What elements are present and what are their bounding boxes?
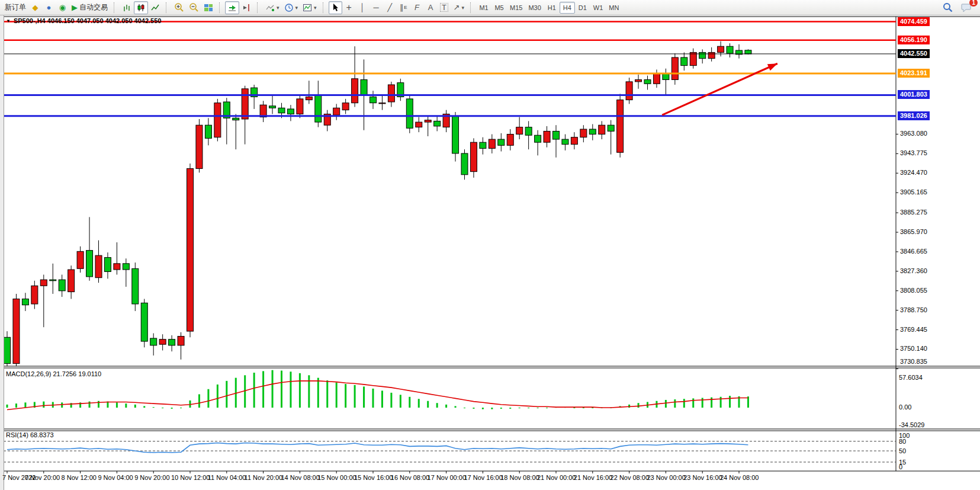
macd-histogram-bar (418, 399, 420, 408)
time-axis-label: 7 Nov 20:00 (25, 474, 60, 481)
autotrading-button[interactable]: ▶ 自动交易 (69, 1, 110, 14)
timeframe-button-W1[interactable]: W1 (590, 2, 606, 14)
periods-button[interactable]: ▾ (282, 1, 301, 14)
macd-histogram-bar (702, 398, 703, 408)
notification-badge[interactable]: 1 (969, 0, 978, 7)
time-axis-label: 11 Nov 20:00 (245, 474, 283, 481)
macd-histogram-bar (665, 400, 667, 408)
zoom-out-button[interactable] (187, 1, 201, 14)
toolbar-separator (166, 2, 169, 13)
fibonacci-button[interactable]: F (410, 1, 424, 14)
macd-histogram-bar (281, 371, 282, 408)
macd-histogram-bar (354, 385, 356, 408)
candle (352, 79, 358, 103)
price-tick-label: 3865.970 (900, 228, 927, 235)
search-button[interactable] (940, 1, 955, 14)
chart-canvas[interactable] (0, 0, 980, 490)
toolbar-right: 1 (940, 1, 978, 14)
time-axis-label: 15 Nov 16:00 (354, 474, 393, 481)
timeframe-toolbar: M1M5M15M30H1H4D1W1MN (476, 2, 622, 14)
timeframe-button-M5[interactable]: M5 (491, 2, 507, 14)
timeframe-button-MN[interactable]: MN (606, 2, 622, 14)
macd-histogram-bar (482, 408, 484, 409)
macd-histogram-bar (98, 401, 99, 408)
candle (31, 286, 38, 304)
text-label-button[interactable]: T (438, 1, 451, 14)
arrows-button[interactable]: ↗ ▾ (451, 1, 467, 14)
timeframe-button-D1[interactable]: D1 (575, 2, 590, 14)
timeframe-button-M1[interactable]: M1 (476, 2, 491, 14)
line-chart-button[interactable] (148, 1, 162, 14)
price-tick-label: 3924.470 (900, 169, 927, 176)
chart-shift-button[interactable] (239, 1, 253, 14)
macd-histogram-bar (272, 370, 274, 408)
candle (4, 337, 11, 363)
dropdown-icon: ▾ (295, 5, 298, 11)
crosshair-button[interactable]: + (342, 1, 356, 14)
candle (159, 340, 166, 345)
candle (425, 120, 431, 122)
timeframe-button-H4[interactable]: H4 (560, 2, 575, 14)
timeframe-button-M30[interactable]: M30 (525, 2, 544, 14)
trendline-button[interactable]: ╱ (383, 1, 397, 14)
time-axis-label: 17 Nov 16:00 (464, 474, 502, 481)
bar-chart-icon (122, 3, 131, 12)
vertical-line-button[interactable]: │ (356, 1, 369, 14)
macd-histogram-bar (308, 375, 310, 408)
price-level-badge: 4056.190 (898, 36, 930, 44)
candle (333, 108, 340, 115)
toolbar-separator (219, 2, 223, 13)
candle (681, 57, 687, 66)
text-button[interactable]: A (424, 1, 438, 14)
chart-shift-icon (242, 3, 251, 12)
templates-button[interactable]: ▾ (300, 1, 319, 14)
zoom-out-icon (189, 2, 199, 12)
timeframe-button-H1[interactable]: H1 (544, 2, 560, 14)
macd-histogram-bar (15, 403, 17, 408)
time-axis-label: 21 Nov 16:00 (574, 474, 612, 481)
equidistant-channel-button[interactable]: ∥E (397, 1, 410, 14)
macd-histogram-bar (455, 406, 457, 408)
new-order-button[interactable]: 新订单 (2, 1, 28, 14)
text-label-icon: T (440, 3, 448, 12)
macd-histogram-bar (500, 408, 502, 409)
navigator-button[interactable]: ● (42, 1, 56, 14)
zoom-in-button[interactable] (172, 1, 187, 14)
market-watch-icon: ◆ (33, 4, 38, 11)
candle (370, 97, 377, 103)
macd-histogram-bar (363, 386, 365, 408)
macd-histogram-bar (683, 399, 685, 408)
indicators-button[interactable]: ▾ (263, 1, 282, 14)
time-axis-label: 23 Nov 00:00 (647, 474, 685, 481)
price-tick-label: 3750.140 (900, 345, 927, 352)
candle (498, 139, 505, 145)
candle (671, 57, 678, 80)
timeframe-button-M15[interactable]: M15 (507, 2, 525, 14)
macd-histogram-bar (400, 395, 401, 408)
signals-button[interactable]: ◉ (56, 1, 69, 14)
candle (95, 255, 102, 278)
bar-chart-button[interactable] (120, 1, 134, 14)
price-level-badge: 4023.191 (898, 69, 930, 78)
toolbar-separator (114, 2, 117, 13)
candle (86, 251, 93, 277)
macd-histogram-bar (628, 405, 630, 408)
macd-histogram-bar (638, 403, 640, 408)
macd-histogram-bar (290, 371, 291, 408)
market-watch-button[interactable]: ◆ (28, 1, 42, 14)
macd-histogram-bar (326, 380, 328, 408)
horizontal-line-button[interactable]: ─ (369, 1, 383, 14)
tile-windows-button[interactable] (201, 1, 216, 14)
trend-arrow-line[interactable] (662, 63, 777, 115)
symbol-dropdown-icon[interactable]: ▼ (6, 18, 11, 24)
dropdown-icon: ▾ (277, 5, 279, 11)
cursor-button[interactable] (329, 1, 342, 14)
macd-histogram-bar (381, 390, 383, 408)
auto-scroll-button[interactable] (225, 1, 239, 14)
trend-arrow-head[interactable] (767, 63, 777, 71)
price-tick-label: 3808.055 (900, 287, 927, 294)
candle (297, 99, 303, 114)
signals-icon: ◉ (59, 4, 66, 11)
candle (489, 139, 495, 148)
candlestick-button[interactable] (134, 1, 148, 14)
